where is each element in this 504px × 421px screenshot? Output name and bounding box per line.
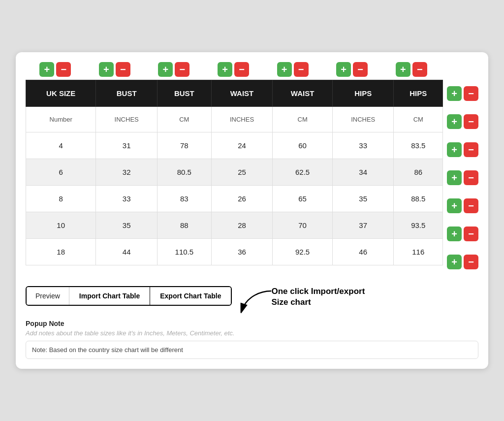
subheader-row-btn-group: +− [447,108,478,136]
col-btns-area: +−+−+−+−+−+−+− UK SIZEBUSTBUSTWAISTWAIST… [26,62,478,276]
cell-4-2: 110.5 [157,238,211,265]
popup-note-title: Popup Note [26,320,478,327]
cell-1-0: 6 [26,159,96,185]
col-remove-button-4[interactable]: − [294,62,309,77]
col-remove-button-3[interactable]: − [234,62,249,77]
col-header-1: BUST [96,80,158,106]
col-add-button-0[interactable]: + [39,62,54,77]
subheader-add-row-button[interactable]: + [447,114,462,129]
col-remove-button-1[interactable]: − [116,62,130,77]
size-chart-table: UK SIZEBUSTBUSTWAISTWAISTHIPSHIPS Number… [26,80,443,265]
cell-3-2: 88 [157,212,211,238]
col-btn-cell-4: +− [263,62,322,77]
action-row: Preview Import Chart Table Export Chart … [26,286,478,308]
data-row-remove-button-3[interactable]: − [464,227,478,241]
col-header-2: BUST [157,80,211,106]
data-row-btn-group-2: +− [447,192,478,220]
cell-3-6: 93.5 [394,212,443,238]
import-button[interactable]: Import Chart Table [69,287,150,305]
subheader-cell-6: CM [394,106,443,132]
cell-2-1: 33 [96,185,158,212]
cell-1-6: 86 [394,159,443,185]
col-header-5: HIPS [332,80,394,106]
col-btns-row: +−+−+−+−+−+−+− [26,62,478,77]
data-row-add-button-2[interactable]: + [447,198,462,213]
header-add-row-button[interactable]: + [447,86,462,101]
data-row-add-button-4[interactable]: + [447,255,462,269]
data-row-remove-button-2[interactable]: − [464,198,478,213]
col-add-button-1[interactable]: + [99,62,114,77]
cell-2-3: 26 [211,185,273,212]
data-row-add-button-0[interactable]: + [447,142,462,157]
header-row-btn-group: + − [447,80,478,108]
col-header-3: WAIST [211,80,273,106]
cell-1-5: 34 [332,159,394,185]
cell-4-5: 46 [332,238,394,265]
action-buttons-group: Preview Import Chart Table Export Chart … [26,286,232,306]
data-row-btn-group-1: +− [447,164,478,192]
cell-0-4: 60 [273,132,333,159]
preview-button[interactable]: Preview [27,287,69,305]
cell-0-1: 31 [96,132,158,159]
data-row-add-button-3[interactable]: + [447,227,462,241]
col-btn-cell-1: +− [85,62,145,77]
cell-3-1: 35 [96,212,158,238]
subheader-remove-row-button[interactable]: − [464,114,478,129]
table-row: 1844110.53692.546116 [26,238,443,265]
cell-0-0: 4 [26,132,96,159]
subheader-cell-4: CM [273,106,333,132]
cell-1-3: 25 [211,159,273,185]
main-container: +−+−+−+−+−+−+− UK SIZEBUSTBUSTWAISTWAIST… [16,52,488,369]
cell-1-4: 62.5 [273,159,333,185]
data-row-remove-button-0[interactable]: − [464,142,478,157]
data-row-add-button-1[interactable]: + [447,170,462,185]
row-controls-col: + − +−+−+−+−+−+− [447,80,478,276]
data-row-remove-button-1[interactable]: − [464,170,478,185]
cell-4-1: 44 [96,238,158,265]
subheader-cell-2: CM [157,106,211,132]
table-row: 8338326653588.5 [26,185,443,212]
col-btns-spacer [441,62,478,77]
col-header-6: HIPS [394,80,443,106]
col-remove-button-5[interactable]: − [353,62,368,77]
col-add-button-5[interactable]: + [336,62,351,77]
subheader-cell-1: INCHES [96,106,158,132]
col-btn-cell-2: +− [144,62,204,77]
header-remove-row-button[interactable]: − [464,86,478,101]
arrow-icon [237,286,276,316]
data-row-btn-group-0: +− [447,136,478,164]
cell-3-0: 10 [26,212,96,238]
subheader-cell-0: Number [26,106,96,132]
col-add-button-4[interactable]: + [277,62,292,77]
col-add-button-6[interactable]: + [396,62,410,77]
col-header-4: WAIST [273,80,333,106]
data-row-remove-button-4[interactable]: − [464,255,478,269]
export-button[interactable]: Export Chart Table [150,287,231,305]
popup-note-input[interactable] [26,341,478,359]
cell-0-5: 33 [332,132,394,159]
cell-0-3: 24 [211,132,273,159]
cell-2-4: 65 [273,185,333,212]
col-remove-button-0[interactable]: − [56,62,71,77]
col-btn-cell-0: +− [26,62,85,77]
col-remove-button-2[interactable]: − [175,62,189,77]
col-btn-cell-6: +− [381,62,441,77]
cell-3-4: 70 [273,212,333,238]
cell-4-3: 36 [211,238,273,265]
col-add-button-2[interactable]: + [158,62,173,77]
table-wrapper: UK SIZEBUSTBUSTWAISTWAISTHIPSHIPS Number… [26,80,478,276]
top-section: +−+−+−+−+−+−+− UK SIZEBUSTBUSTWAISTWAIST… [26,62,478,276]
cell-4-6: 116 [394,238,443,265]
popup-note-hint: Add notes about the table sizes like it'… [26,329,478,337]
callout-text: One click Import/exportSize chart [271,286,478,308]
cell-2-2: 83 [157,185,211,212]
col-remove-button-6[interactable]: − [412,62,427,77]
popup-note-section: Popup Note Add notes about the table siz… [26,320,478,359]
cell-4-4: 92.5 [273,238,333,265]
subheader-row: NumberINCHESCMINCHESCMINCHESCM [26,106,443,132]
subheader-cell-5: INCHES [332,106,394,132]
col-add-button-3[interactable]: + [218,62,232,77]
col-btn-cell-5: +− [322,62,382,77]
table-row: 10358828703793.5 [26,212,443,238]
callout-area: One click Import/exportSize chart [232,286,478,308]
